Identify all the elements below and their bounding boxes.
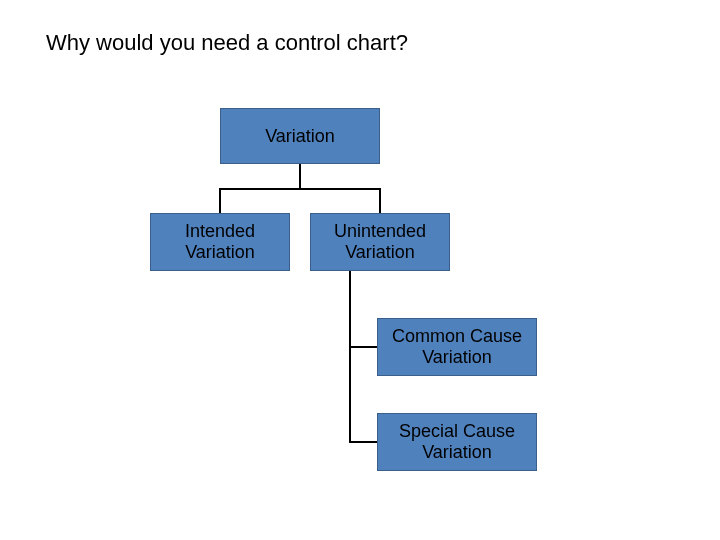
node-common-cause: Common Cause Variation [377,318,537,376]
connector [219,188,221,213]
node-unintended-variation-label: Unintended Variation [317,221,443,263]
connector [219,188,381,190]
connector [299,164,301,188]
node-unintended-variation: Unintended Variation [310,213,450,271]
connector [349,271,351,443]
node-special-cause: Special Cause Variation [377,413,537,471]
connector [379,188,381,213]
node-intended-variation: Intended Variation [150,213,290,271]
node-variation: Variation [220,108,380,164]
node-variation-label: Variation [265,126,335,147]
connector [349,441,377,443]
connector [349,346,377,348]
node-special-cause-label: Special Cause Variation [384,421,530,463]
node-common-cause-label: Common Cause Variation [384,326,530,368]
node-intended-variation-label: Intended Variation [157,221,283,263]
page-title: Why would you need a control chart? [46,30,408,56]
